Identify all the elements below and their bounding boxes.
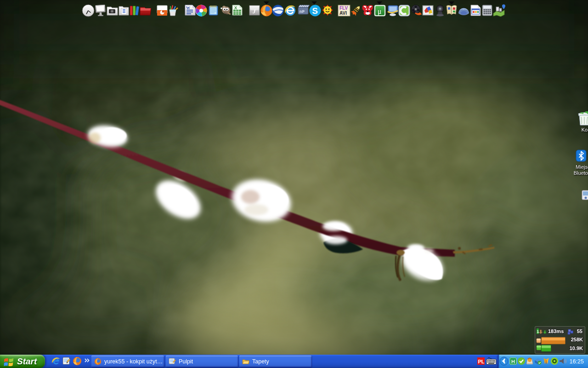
svg-text:μ: μ	[378, 7, 382, 16]
svg-text:nP: nP	[300, 10, 305, 14]
svg-text:X: X	[234, 6, 237, 10]
svg-text:PL: PL	[478, 359, 485, 364]
svg-text:1: 1	[537, 329, 539, 334]
svg-text:AVI: AVI	[339, 11, 347, 16]
svg-text:W: W	[186, 6, 190, 10]
svg-text:FLV: FLV	[339, 6, 348, 11]
svg-text:J: J	[252, 8, 256, 15]
svg-text:H: H	[511, 359, 515, 364]
svg-text:S: S	[312, 6, 318, 16]
